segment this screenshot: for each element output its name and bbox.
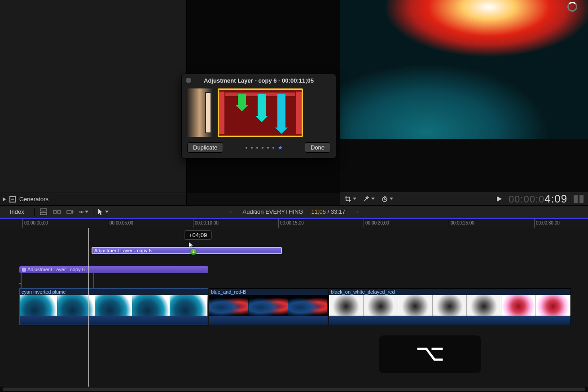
ruler-tick [108, 219, 108, 228]
retime-clock-icon [381, 195, 388, 203]
generators-icon [9, 196, 16, 203]
dragging-clip[interactable]: Adjustment Layer - copy 6 [92, 247, 282, 254]
svg-rect-1 [40, 209, 47, 211]
storyline-clip[interactable]: black_on_white_delayed_red [329, 288, 571, 325]
audition-titlebar: Adjustment Layer - copy 6 - 00:00:11;05 [182, 74, 336, 87]
ruler-tick [193, 219, 193, 228]
generators-label: Generators [19, 196, 48, 203]
append-clip-button[interactable] [66, 208, 75, 216]
audition-popover: Adjustment Layer - copy 6 - 00:00:11;05 … [181, 74, 336, 159]
svg-rect-5 [67, 211, 71, 213]
select-tool-button[interactable] [98, 208, 109, 216]
overwrite-clip-button[interactable] [79, 208, 88, 216]
ruler-tick [278, 219, 279, 228]
svg-rect-2 [40, 212, 47, 215]
storyline-clip[interactable]: cyan inverted plume [19, 288, 208, 325]
chevron-down-icon [105, 211, 109, 213]
connection-line [93, 273, 94, 288]
play-button[interactable] [496, 196, 502, 202]
generators-category-row[interactable]: Generators [0, 193, 186, 205]
timecode-main-part: 4:09 [544, 193, 567, 205]
ruler-label: 00:00:00;00 [24, 220, 48, 225]
project-name[interactable]: Audition EVERYTHING [243, 208, 303, 215]
browser-panel: Generators [0, 0, 187, 205]
ruler-tick [534, 219, 535, 228]
horizontal-scrollbar[interactable] [0, 387, 588, 392]
clip-title: cyan inverted plume [20, 289, 208, 295]
clip-title: black_on_white_delayed_red [329, 289, 570, 295]
ruler-label: 00:00:10;00 [195, 220, 219, 225]
option-key-hint [379, 335, 481, 373]
viewer-timecode[interactable]: 00:00:04:09 [509, 193, 567, 205]
project-duration-tc: / 33;17 [328, 208, 346, 215]
viewer-canvas[interactable] [340, 0, 588, 139]
ruler-label: 00:00:20;00 [365, 220, 389, 225]
audition-title: Adjustment Layer - copy 6 - 00:00:11;05 [204, 77, 314, 84]
audition-selected-thumb[interactable] [218, 88, 303, 137]
marker-dot [19, 283, 21, 284]
svg-rect-3 [53, 211, 56, 213]
audition-thumbnails[interactable] [182, 87, 336, 138]
scrollbar-thumb[interactable] [3, 388, 585, 391]
chevron-down-icon [85, 211, 88, 213]
insert-clip-button[interactable] [53, 208, 61, 216]
disclosure-right-icon [3, 197, 6, 202]
ruler-tick [449, 219, 449, 228]
chevron-down-icon [390, 198, 393, 200]
audition-page-dots[interactable]: ★ [246, 147, 283, 149]
index-button[interactable]: Index [4, 208, 30, 215]
timeline-body[interactable]: +04;09 Adjustment Layer - copy 6 + Adjus… [0, 228, 588, 387]
svg-rect-7 [81, 211, 82, 212]
audition-prev-thumb[interactable] [186, 88, 213, 137]
close-button[interactable] [186, 78, 191, 83]
connection-line [21, 273, 22, 288]
role-color-icon [22, 268, 26, 272]
magic-wand-icon [363, 195, 370, 203]
timeline-ruler[interactable]: 00:00:00;0000:00:05;0000:00:10;0000:00:1… [0, 218, 588, 228]
project-navigator: ‹ Audition EVERYTHING 11;05 / 33;17 › [182, 208, 406, 215]
viewer-frame-image [340, 0, 588, 139]
clip-title: blue_and_red-B [209, 289, 328, 295]
connected-clip[interactable]: Adjustment Layer - copy 6 [19, 266, 208, 273]
loading-spinner-icon [567, 2, 577, 12]
crop-tool-button[interactable] [344, 195, 356, 203]
viewer-controls: 00:00:04:09 [340, 192, 588, 205]
connect-clip-button[interactable] [39, 208, 48, 216]
timecode-gray-part: 00:00:0 [509, 194, 544, 205]
chevron-down-icon [371, 198, 375, 200]
svg-rect-4 [58, 211, 61, 213]
audio-meters[interactable] [574, 195, 584, 203]
primary-storyline: cyan inverted plume blue_and_red-B black… [19, 288, 588, 325]
playhead[interactable] [88, 228, 89, 387]
plus-badge-icon: + [190, 249, 197, 255]
connected-clip-name: Adjustment Layer - copy 6 [27, 267, 85, 272]
next-project-button[interactable]: › [356, 208, 358, 215]
retime-tool-button[interactable] [381, 195, 393, 203]
ruler-label: 00:00:05;00 [110, 220, 133, 225]
ruler-label: 00:00:15;00 [280, 220, 304, 225]
storyline-clip[interactable]: blue_and_red-B [209, 288, 328, 325]
crop-icon [344, 195, 351, 203]
drag-offset-label: +04;09 [184, 230, 212, 240]
play-icon [496, 196, 502, 202]
duplicate-button[interactable]: Duplicate [187, 142, 223, 153]
project-playhead-tc: 11;05 [311, 208, 326, 215]
chevron-down-icon [353, 198, 356, 200]
dragging-clip-name: Adjustment Layer - copy 6 [94, 248, 152, 253]
viewer-panel: 00:00:04:09 [340, 0, 588, 205]
ruler-tick [364, 219, 364, 228]
option-key-icon [417, 345, 443, 363]
ruler-tick [22, 219, 23, 228]
enhance-tool-button[interactable] [363, 195, 375, 203]
ruler-label: 00:00:25;00 [451, 220, 474, 225]
prev-project-button[interactable]: ‹ [230, 208, 232, 215]
done-button[interactable]: Done [305, 142, 330, 153]
ruler-label: 00:00:30;00 [536, 220, 560, 225]
